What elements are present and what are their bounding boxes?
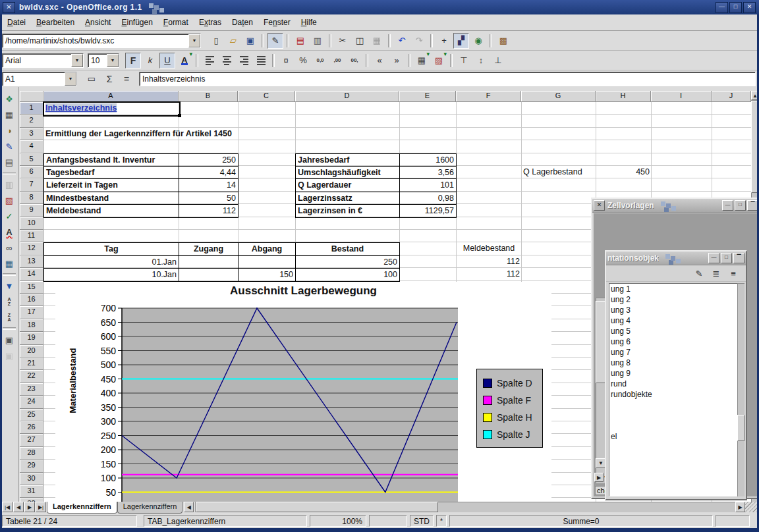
- cell-B7[interactable]: 14: [179, 178, 239, 192]
- url-combobox[interactable]: /home/martinix/shots/bwldv.sxc ▼: [2, 34, 201, 48]
- scroll-right-icon[interactable]: ▶: [735, 502, 745, 512]
- autofilter-icon[interactable]: ▼: [1, 278, 18, 294]
- presentation-rollup-icon[interactable]: ▔: [733, 253, 745, 263]
- save-document-icon[interactable]: ▣: [242, 33, 258, 49]
- presentation-styles-window[interactable]: ntationsobjek — □ ▔ ✎ ≣ ≡ ung 1ung 2ung …: [605, 250, 747, 500]
- url-value[interactable]: /home/martinix/shots/bwldv.sxc: [3, 36, 188, 45]
- font-size-dropdown-icon[interactable]: ▼: [107, 54, 119, 67]
- redo-icon[interactable]: ↷: [411, 33, 427, 49]
- first-sheet-icon[interactable]: |◀: [2, 502, 13, 512]
- export-pdf-icon[interactable]: ▤: [293, 33, 308, 49]
- row-header-6[interactable]: 6: [20, 166, 43, 178]
- row-header-1[interactable]: 1: [20, 102, 43, 115]
- insert-object-icon[interactable]: ❖: [1, 91, 18, 107]
- align-right-icon[interactable]: [236, 53, 252, 68]
- align-center-icon[interactable]: [219, 53, 235, 68]
- style-list-item[interactable]: el: [609, 431, 737, 442]
- cell-A12[interactable]: Tag: [43, 242, 179, 255]
- style-list-scrollbar[interactable]: [737, 283, 745, 496]
- style-list-item[interactable]: ung 6: [609, 336, 737, 347]
- menu-daten[interactable]: Daten: [227, 16, 258, 29]
- stylist-minimize-icon[interactable]: —: [722, 200, 733, 211]
- insert-chart-icon[interactable]: ◑: [1, 122, 18, 138]
- row-header-7[interactable]: 7: [20, 178, 43, 191]
- row-header-27[interactable]: 27: [20, 434, 43, 446]
- minimize-icon[interactable]: —: [716, 2, 728, 13]
- row-header-2[interactable]: 2: [20, 115, 43, 127]
- cell-B13[interactable]: [179, 255, 239, 269]
- cell-E8[interactable]: 0,98: [399, 192, 457, 205]
- insert-fields-icon[interactable]: ▥: [1, 176, 18, 192]
- select-all-corner[interactable]: [20, 91, 43, 102]
- formula-input[interactable]: Inhaltsverzeichnis: [139, 72, 756, 86]
- menu-einfgen[interactable]: Einfügen: [116, 16, 157, 29]
- menu-ansicht[interactable]: Ansicht: [80, 16, 116, 29]
- font-size-combobox[interactable]: 10 ▼: [88, 53, 119, 68]
- style-list-item[interactable]: [609, 410, 737, 421]
- column-header-D[interactable]: D: [295, 91, 399, 102]
- row-header-9[interactable]: 9: [20, 204, 43, 217]
- style-list-item[interactable]: ung 7: [609, 347, 737, 358]
- draw-functions-icon[interactable]: ✎: [1, 138, 18, 154]
- style-list[interactable]: ung 1ung 2ung 3ung 4ung 5ung 6ung 7ung 8…: [609, 283, 738, 496]
- menu-fenster[interactable]: Fenster: [258, 16, 296, 29]
- style-list-item[interactable]: ung 5: [609, 326, 737, 336]
- last-sheet-icon[interactable]: ▶|: [36, 502, 46, 512]
- cell-B5[interactable]: 250: [179, 153, 239, 167]
- font-name-value[interactable]: Arial: [3, 56, 71, 65]
- title-bar[interactable]: ✕ bwldv.sxc - OpenOffice.org 1.1 — □ ✕: [0, 0, 759, 14]
- currency-icon[interactable]: ¤: [278, 53, 294, 68]
- row-header-23[interactable]: 23: [20, 383, 43, 396]
- standard-format-icon[interactable]: 0,0: [312, 53, 328, 68]
- background-color-icon[interactable]: ▨: [431, 53, 447, 68]
- sheet-tab-2[interactable]: Lagerkennziffern: [117, 502, 183, 514]
- style-list-item[interactable]: ung 8: [609, 358, 737, 368]
- stylist-titlebar[interactable]: ✕ Zellvorlagen — □ ▔: [592, 199, 759, 213]
- style-list-item[interactable]: rund: [609, 379, 737, 389]
- edit-changes-icon[interactable]: ▧: [1, 192, 18, 208]
- font-name-dropdown-icon[interactable]: ▼: [71, 54, 83, 67]
- row-header-5[interactable]: 5: [20, 153, 43, 166]
- style-list-item[interactable]: ung 9: [609, 368, 737, 379]
- cell-B9[interactable]: 112: [179, 204, 239, 217]
- cell-E6[interactable]: 3,56: [399, 166, 457, 179]
- bold-icon[interactable]: F: [125, 53, 141, 68]
- sum-status[interactable]: Summe=0: [449, 515, 713, 527]
- row-header-29[interactable]: 29: [20, 460, 43, 472]
- column-header-B[interactable]: B: [179, 91, 238, 102]
- selection-mode-status[interactable]: STD: [410, 515, 434, 527]
- ungroup-icon[interactable]: ▣: [1, 348, 18, 363]
- cell-F14[interactable]: 112: [456, 268, 522, 281]
- previous-sheet-icon[interactable]: ◀: [13, 502, 24, 512]
- next-sheet-icon[interactable]: ▶: [24, 502, 35, 512]
- align-top-icon[interactable]: ⊤: [456, 53, 472, 68]
- close-icon[interactable]: ✕: [743, 2, 756, 13]
- cell-A7[interactable]: Lieferzeit in Tagen: [43, 178, 179, 192]
- style-list-item[interactable]: ung 2: [609, 294, 737, 305]
- column-header-C[interactable]: C: [238, 91, 295, 102]
- paste-icon[interactable]: ▦: [369, 33, 385, 49]
- cell-A5[interactable]: Anfangsbestand lt. Inventur: [43, 153, 179, 167]
- column-header-E[interactable]: E: [399, 91, 456, 102]
- undo-icon[interactable]: ↶: [394, 33, 410, 49]
- menu-hilfe[interactable]: Hilfe: [296, 16, 322, 29]
- row-header-25[interactable]: 25: [20, 409, 43, 421]
- cell-A6[interactable]: Tagesbedarf: [43, 166, 179, 179]
- row-header-26[interactable]: 26: [20, 421, 43, 434]
- menu-bearbeiten[interactable]: Bearbeiten: [31, 16, 80, 29]
- fill-format-mode-icon[interactable]: ✎: [691, 265, 707, 281]
- cell-A8[interactable]: Mindestbestand: [43, 192, 179, 205]
- cell-B6[interactable]: 4,44: [179, 166, 239, 179]
- cell-E5[interactable]: 1600: [399, 153, 457, 167]
- row-header-22[interactable]: 22: [20, 370, 43, 383]
- horizontal-scroll-thumb[interactable]: [196, 502, 438, 512]
- row-header-8[interactable]: 8: [20, 192, 43, 204]
- cut-icon[interactable]: ✂: [335, 33, 351, 49]
- cell-D14[interactable]: 100: [295, 268, 400, 281]
- row-header-10[interactable]: 10: [20, 217, 43, 230]
- row-header-19[interactable]: 19: [20, 332, 43, 344]
- gallery-icon[interactable]: ◉: [470, 33, 486, 49]
- resize-grip[interactable]: [745, 502, 757, 512]
- font-name-combobox[interactable]: Arial ▼: [2, 53, 84, 68]
- style-list-scroll-thumb[interactable]: [737, 415, 745, 441]
